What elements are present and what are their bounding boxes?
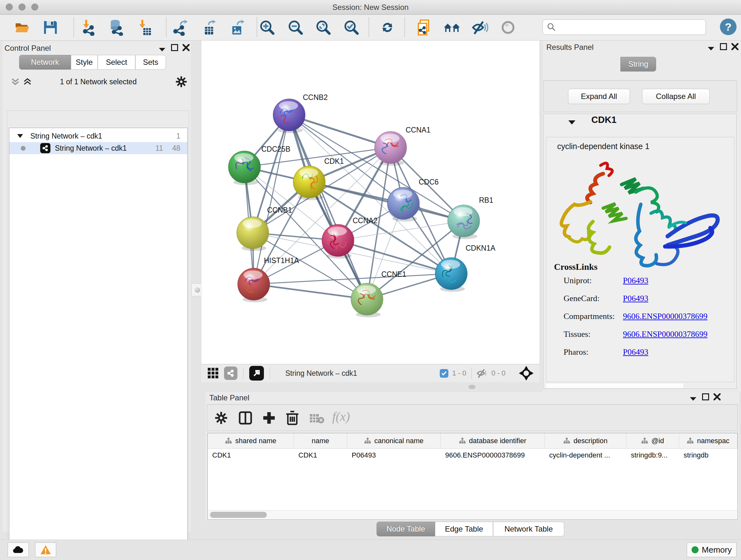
- network-snapshot-button[interactable]: [415, 18, 433, 37]
- selected-checkbox[interactable]: [440, 369, 448, 378]
- tab-select[interactable]: Select: [98, 55, 135, 70]
- export-table-button[interactable]: [199, 18, 217, 37]
- import-table-from-file-button[interactable]: [135, 18, 153, 37]
- network-node-rb1[interactable]: RB1: [448, 196, 493, 239]
- network-status-dot: [21, 146, 25, 151]
- network-options-gear-icon[interactable]: [176, 76, 187, 87]
- hide-panels-button[interactable]: [471, 18, 489, 37]
- results-scrollbar-track[interactable]: [546, 383, 683, 388]
- results-node-section: CDK1 cyclin-dependent kinase 1: [543, 114, 737, 389]
- zoom-out-button[interactable]: [286, 18, 305, 37]
- show-panels-button[interactable]: [499, 18, 517, 37]
- zoom-selected-button[interactable]: [342, 18, 360, 37]
- column-manager-icon[interactable]: [239, 411, 253, 425]
- panel-close-icon[interactable]: [183, 44, 190, 51]
- import-table-icon: [136, 19, 152, 36]
- export-network-button[interactable]: [172, 18, 189, 37]
- network-node-hist1h1a[interactable]: HIST1H1A: [238, 256, 299, 302]
- node-details-box: cyclin-dependent kinase 1: [546, 137, 734, 382]
- export-table-icon: [200, 19, 216, 36]
- splitter-dot: [195, 287, 200, 293]
- tab-node-table[interactable]: Node Table: [377, 522, 435, 537]
- network-view-canvas[interactable]: CCNB2CCNA1CDC25BCDK1CDC6RB1CCNB1CCNA2CDK…: [201, 41, 539, 364]
- network-node-cdkn1a[interactable]: CDKN1A: [435, 244, 495, 292]
- crosslink-value[interactable]: P06493: [623, 348, 648, 357]
- tab-network[interactable]: Network: [19, 55, 71, 70]
- birdseye-crosshair-icon[interactable]: [519, 366, 534, 381]
- import-network-from-file-button[interactable]: [79, 18, 97, 37]
- panel-close-icon[interactable]: [714, 393, 721, 400]
- panel-float-icon[interactable]: [720, 43, 727, 50]
- zoom-fit-button[interactable]: [314, 18, 332, 37]
- open-session-button[interactable]: [13, 18, 31, 37]
- crosslink-value[interactable]: 9606.ENSP00000378699: [623, 329, 708, 339]
- cloud-status-button[interactable]: [8, 543, 29, 557]
- delete-table-icon[interactable]: [309, 413, 325, 424]
- network-row-selected[interactable]: String Network – cdk1 11 48: [9, 142, 187, 154]
- network-edge[interactable]: [309, 182, 464, 221]
- expand-all-chevrons-icon[interactable]: [23, 78, 32, 86]
- tab-string[interactable]: String: [620, 57, 656, 71]
- panel-menu-icon[interactable]: [158, 47, 166, 52]
- panel-float-icon[interactable]: [171, 44, 178, 51]
- section-expander-icon[interactable]: [568, 120, 576, 125]
- crosslink-value[interactable]: P06493: [623, 294, 648, 303]
- column-header[interactable]: name: [294, 433, 347, 448]
- export-image-button[interactable]: [227, 18, 246, 37]
- warning-status-button[interactable]: [35, 543, 56, 557]
- save-session-button[interactable]: [42, 18, 59, 37]
- tab-sets[interactable]: Sets: [135, 55, 166, 70]
- tab-edge-table[interactable]: Edge Table: [435, 522, 493, 537]
- collapse-all-button[interactable]: Collapse All: [642, 89, 710, 104]
- column-header[interactable]: description: [545, 433, 626, 448]
- crosslink-value[interactable]: P06493: [623, 276, 648, 286]
- tab-style[interactable]: Style: [71, 55, 98, 70]
- panel-close-icon[interactable]: [731, 43, 738, 50]
- import-network-from-database-button[interactable]: [107, 18, 125, 37]
- table-horizontal-scrollbar[interactable]: [208, 510, 737, 519]
- detach-view-button[interactable]: [249, 366, 264, 381]
- column-header[interactable]: namespac: [679, 433, 738, 448]
- crosslink-value[interactable]: 9606.ENSP00000378699: [623, 312, 708, 321]
- column-header-label: namespac: [697, 437, 730, 445]
- panel-menu-icon[interactable]: [689, 396, 697, 401]
- column-header[interactable]: @id: [626, 433, 679, 448]
- search-input[interactable]: [542, 19, 706, 35]
- delete-column-trash-icon[interactable]: [286, 410, 299, 426]
- home-button[interactable]: [443, 18, 461, 37]
- expand-all-button[interactable]: Expand All: [568, 89, 630, 104]
- zoom-in-button[interactable]: [258, 18, 276, 37]
- grid-mode-icon[interactable]: [207, 368, 219, 379]
- network-node-cdk1[interactable]: CDK1: [293, 157, 344, 200]
- add-column-plus-icon[interactable]: [262, 411, 276, 425]
- panel-float-icon[interactable]: [702, 393, 709, 400]
- node-label: CDK1: [324, 157, 344, 165]
- crosslink-row: Tissues:9606.ENSP00000378699: [563, 329, 730, 348]
- network-collection-label: String Network – cdk1: [30, 132, 102, 140]
- network-collection-row[interactable]: String Network – cdk1 1: [9, 130, 187, 142]
- help-button[interactable]: ?: [720, 18, 737, 35]
- scrollbar-thumb[interactable]: [210, 512, 267, 518]
- zoom-out-icon: [287, 19, 304, 36]
- refresh-button[interactable]: [379, 18, 396, 37]
- collapse-all-chevrons-icon[interactable]: [11, 78, 20, 86]
- network-edge[interactable]: [254, 284, 367, 299]
- tree-expander-icon[interactable]: [17, 134, 23, 138]
- column-header[interactable]: canonical name: [347, 433, 441, 448]
- network-node-cdc25b[interactable]: CDC25B: [228, 145, 290, 185]
- network-node-ccnb2[interactable]: CCNB2: [273, 93, 328, 133]
- tab-network-table[interactable]: Network Table: [493, 522, 564, 537]
- column-header[interactable]: database identifier: [441, 433, 545, 448]
- splitter-oval-handle[interactable]: [468, 385, 475, 389]
- table-row[interactable]: CDK1CDK1P064939606.ENSP00000378699cyclin…: [208, 449, 738, 462]
- network-graph[interactable]: CCNB2CCNA1CDC25BCDK1CDC6RB1CCNB1CCNA2CDK…: [201, 41, 540, 364]
- control-panel-tabs: NetworkStyleSelectSets: [19, 55, 166, 70]
- column-header[interactable]: shared name: [208, 433, 294, 448]
- panel-menu-icon[interactable]: [707, 46, 715, 51]
- network-view-string-icon[interactable]: [224, 367, 238, 380]
- table-settings-gear-icon[interactable]: [215, 412, 227, 424]
- network-edge[interactable]: [289, 115, 367, 299]
- memory-button[interactable]: Memory: [687, 543, 737, 557]
- edge-count: 48: [172, 144, 180, 152]
- network-node-cdc6[interactable]: CDC6: [387, 178, 439, 222]
